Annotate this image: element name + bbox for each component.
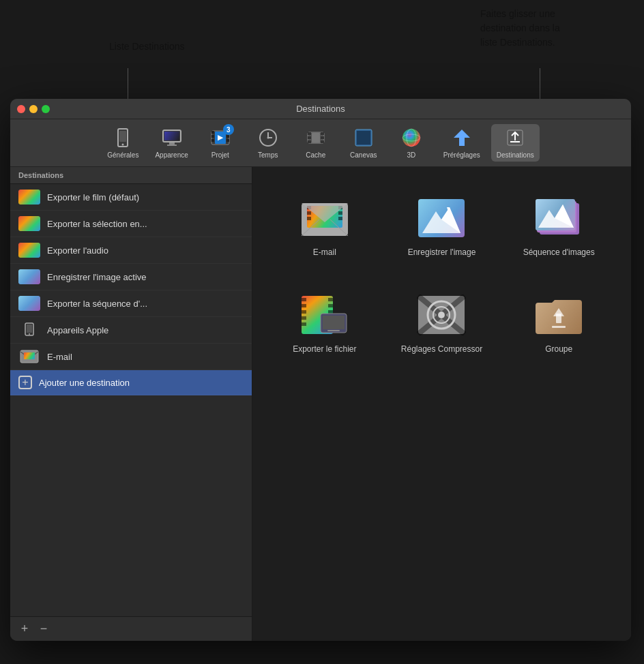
arrow-icon	[451, 127, 473, 149]
svg-marker-34	[454, 130, 470, 146]
svg-rect-48	[338, 217, 342, 220]
sidebar-item-export-selection[interactable]: Exporter la sélection en...	[10, 211, 252, 237]
sidebar-item-label-email: E-mail	[47, 352, 72, 362]
sidebar-item-label-apple-devices: Appareils Apple	[47, 325, 108, 335]
svg-rect-27	[321, 140, 324, 143]
svg-rect-64	[328, 298, 333, 301]
dest-item-export-file[interactable]: Exporter le fichier	[273, 284, 377, 361]
sidebar-item-label-save-image: Enregistrer l'image active	[47, 272, 147, 282]
sidebar-header: Destinations	[10, 167, 252, 184]
sidebar-item-apple-devices[interactable]: Appareils Apple	[10, 317, 252, 344]
toolbar-item-temps[interactable]: Temps	[247, 124, 289, 162]
close-button[interactable]	[17, 105, 25, 113]
dest-label-email: E-mail	[313, 247, 336, 257]
svg-rect-9	[211, 131, 214, 134]
monitor-icon	[161, 127, 183, 149]
svg-rect-65	[328, 304, 333, 307]
traffic-lights	[17, 105, 50, 113]
svg-rect-26	[321, 136, 324, 139]
svg-rect-63	[302, 322, 306, 326]
svg-rect-71	[327, 330, 340, 331]
sidebar-item-export-film[interactable]: Exporter le film (défaut)	[10, 184, 252, 211]
sidebar-item-email[interactable]: E-mail	[10, 344, 252, 370]
email-icon-small	[18, 349, 40, 364]
toolbar-label-apparence: Apparence	[155, 151, 188, 159]
dest-item-compressor[interactable]: Réglages Compressor	[390, 284, 494, 361]
film-icon	[18, 190, 40, 205]
toolbar-item-generales[interactable]: Générales	[102, 124, 144, 162]
sidebar-item-export-audio[interactable]: Exporter l'audio	[10, 237, 252, 264]
toolbar-label-temps: Temps	[258, 151, 278, 159]
svg-rect-7	[164, 132, 179, 140]
toolbar-label-prereglages: Préréglages	[443, 151, 480, 159]
sidebar-item-label-export-selection: Exporter la sélection en...	[47, 219, 147, 229]
dest-groupe-icon	[531, 291, 586, 339]
film-icon-2	[18, 216, 40, 231]
svg-point-77	[438, 312, 445, 318]
svg-rect-30	[357, 131, 370, 145]
svg-rect-62	[302, 316, 306, 320]
maximize-button[interactable]	[42, 105, 50, 113]
svg-point-31	[402, 129, 420, 147]
toolbar: Générales	[10, 119, 631, 167]
svg-point-20	[267, 137, 269, 139]
dest-sequence-icon	[531, 194, 586, 242]
svg-rect-59	[302, 298, 306, 301]
sidebar-item-label-export-sequence: Exporter la séquence d'...	[47, 299, 147, 309]
svg-rect-13	[226, 135, 229, 138]
dest-item-save-image[interactable]: Enregistrer l'image	[390, 187, 494, 264]
dest-label-save-image: Enregistrer l'image	[408, 247, 476, 257]
toolbar-label-cache: Cache	[306, 151, 325, 159]
dest-email-icon	[297, 194, 352, 242]
toolbar-label-canevas: Canevas	[350, 151, 377, 159]
toolbar-item-apparence[interactable]: Apparence	[149, 124, 193, 162]
film-icon-3	[18, 243, 40, 258]
dest-item-groupe[interactable]: Groupe	[507, 284, 611, 361]
destinations-grid: E-mail	[273, 187, 611, 361]
dest-label-compressor: Réglages Compressor	[401, 344, 482, 354]
dest-export-file-icon	[297, 291, 352, 339]
clock-icon	[257, 127, 279, 149]
window-title: Destinations	[296, 104, 345, 114]
content-area: Destinations Exporter le film (défaut) E…	[10, 167, 631, 641]
svg-rect-47	[338, 211, 342, 215]
sidebar-item-export-sequence[interactable]: Exporter la séquence d'...	[10, 290, 252, 317]
toolbar-item-projet[interactable]: ▶ 3 Projet	[199, 124, 241, 162]
apple-device-icon	[18, 322, 40, 337]
svg-rect-6	[167, 145, 177, 146]
svg-rect-14	[226, 139, 229, 142]
phone-icon	[112, 127, 134, 149]
svg-rect-1	[119, 131, 126, 142]
svg-rect-22	[308, 132, 311, 135]
svg-rect-45	[307, 217, 311, 220]
svg-rect-40	[24, 352, 35, 359]
svg-rect-66	[328, 310, 333, 314]
toolbar-item-cache[interactable]: Cache	[295, 124, 337, 162]
dest-item-email[interactable]: E-mail	[273, 187, 377, 264]
sidebar-item-add-destination[interactable]: + Ajouter une destination	[10, 370, 252, 395]
toolbar-item-destinations[interactable]: Destinations	[491, 124, 540, 162]
toolbar-label-destinations: Destinations	[497, 151, 534, 159]
right-panel: E-mail	[252, 167, 631, 641]
toolbar-item-prereglages[interactable]: Préréglages	[438, 124, 486, 162]
dest-label-groupe: Groupe	[545, 344, 572, 354]
dest-item-sequence[interactable]: Séquence d'images	[507, 187, 611, 264]
sphere-icon	[400, 127, 422, 149]
toolbar-item-3d[interactable]: 3D	[390, 124, 433, 162]
canvas-icon	[353, 127, 375, 149]
sidebar-item-save-image[interactable]: Enregistrer l'image active	[10, 264, 252, 290]
svg-rect-80	[552, 326, 566, 328]
svg-point-2	[122, 144, 124, 146]
image-icon	[18, 269, 40, 284]
add-button[interactable]: +	[17, 622, 32, 637]
svg-rect-25	[321, 132, 324, 135]
sidebar-item-label-export-audio: Exporter l'audio	[47, 245, 108, 256]
toolbar-item-canevas[interactable]: Canevas	[342, 124, 385, 162]
export-icon	[504, 127, 526, 149]
annotation-right: Faites glisser une destination dans la l…	[480, 7, 630, 50]
svg-rect-60	[302, 304, 306, 307]
minimize-button[interactable]	[29, 105, 38, 113]
main-window: Destinations Générales	[10, 99, 631, 641]
svg-point-38	[29, 333, 30, 335]
remove-button[interactable]: −	[36, 622, 51, 637]
